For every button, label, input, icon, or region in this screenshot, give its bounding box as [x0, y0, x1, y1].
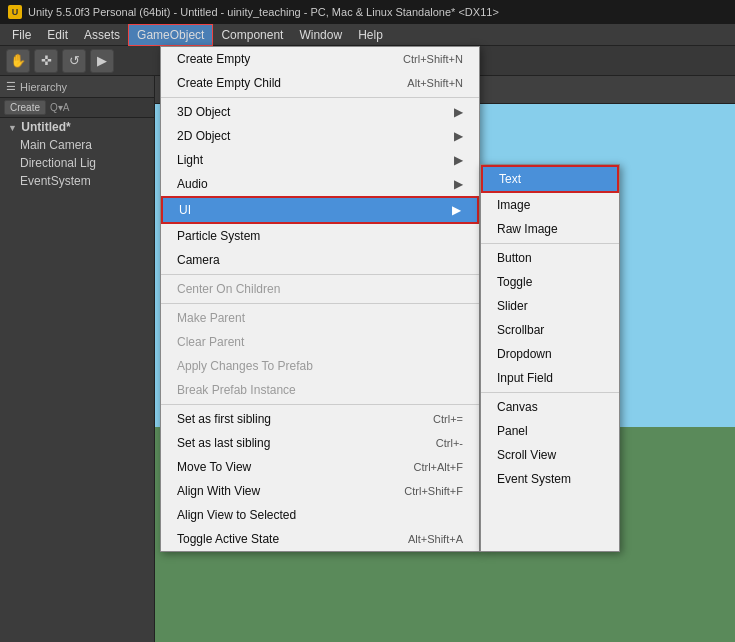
hierarchy-main-camera[interactable]: Main Camera: [0, 136, 154, 154]
hierarchy-event-system[interactable]: EventSystem: [0, 172, 154, 190]
menu-last-sibling[interactable]: Set as last sibling Ctrl+-: [161, 431, 479, 455]
menu-3d-object[interactable]: 3D Object ▶: [161, 100, 479, 124]
main-camera-label: Main Camera: [20, 138, 92, 152]
menu-first-sibling[interactable]: Set as first sibling Ctrl+=: [161, 407, 479, 431]
hierarchy-directional-light[interactable]: Directional Lig: [0, 154, 154, 172]
menu-move-to-view[interactable]: Move To View Ctrl+Alt+F: [161, 455, 479, 479]
submenu-canvas[interactable]: Canvas: [481, 395, 619, 419]
hand-tool-button[interactable]: ✋: [6, 49, 30, 73]
menu-apply-changes: Apply Changes To Prefab: [161, 354, 479, 378]
gameobject-dropdown: Create Empty Ctrl+Shift+N Create Empty C…: [160, 46, 620, 552]
hierarchy-title: Hierarchy: [20, 81, 67, 93]
menu-edit[interactable]: Edit: [39, 24, 76, 46]
untitled-label: Untitled*: [21, 120, 70, 134]
submenu-panel[interactable]: Panel: [481, 419, 619, 443]
menu-create-empty[interactable]: Create Empty Ctrl+Shift+N: [161, 47, 479, 71]
menu-ui[interactable]: UI ▶: [161, 196, 479, 224]
separator-3: [161, 303, 479, 304]
title-text: Unity 5.5.0f3 Personal (64bit) - Untitle…: [28, 6, 499, 18]
separator-1: [161, 97, 479, 98]
menu-window[interactable]: Window: [291, 24, 350, 46]
menu-align-with-view[interactable]: Align With View Ctrl+Shift+F: [161, 479, 479, 503]
hierarchy-icon: ☰: [6, 80, 16, 93]
gameobject-menu: Create Empty Ctrl+Shift+N Create Empty C…: [160, 46, 480, 552]
submenu-slider[interactable]: Slider: [481, 294, 619, 318]
directional-light-label: Directional Lig: [20, 156, 96, 170]
menu-align-view-selected[interactable]: Align View to Selected: [161, 503, 479, 527]
submenu-sep-1: [481, 243, 619, 244]
search-hint: Q▾A: [50, 102, 69, 113]
menu-clear-parent: Clear Parent: [161, 330, 479, 354]
submenu-scrollbar[interactable]: Scrollbar: [481, 318, 619, 342]
menu-help[interactable]: Help: [350, 24, 391, 46]
menu-particle-system[interactable]: Particle System: [161, 224, 479, 248]
move-tool-button[interactable]: ✜: [34, 49, 58, 73]
expand-arrow: ▼: [8, 123, 18, 133]
submenu-event-system[interactable]: Event System: [481, 467, 619, 491]
submenu-raw-image[interactable]: Raw Image: [481, 217, 619, 241]
menu-component[interactable]: Component: [213, 24, 291, 46]
play-button[interactable]: ▶: [90, 49, 114, 73]
submenu-sep-2: [481, 392, 619, 393]
menu-create-empty-child[interactable]: Create Empty Child Alt+Shift+N: [161, 71, 479, 95]
submenu-toggle[interactable]: Toggle: [481, 270, 619, 294]
submenu-input-field[interactable]: Input Field: [481, 366, 619, 390]
hierarchy-panel: ☰ Hierarchy Create Q▾A ▼ Untitled* Main …: [0, 76, 155, 642]
hierarchy-header: ☰ Hierarchy: [0, 76, 154, 98]
hierarchy-untitled[interactable]: ▼ Untitled*: [0, 118, 154, 136]
menu-camera[interactable]: Camera: [161, 248, 479, 272]
separator-2: [161, 274, 479, 275]
rotate-tool-button[interactable]: ↺: [62, 49, 86, 73]
menu-2d-object[interactable]: 2D Object ▶: [161, 124, 479, 148]
menu-light[interactable]: Light ▶: [161, 148, 479, 172]
submenu-button[interactable]: Button: [481, 246, 619, 270]
submenu-dropdown[interactable]: Dropdown: [481, 342, 619, 366]
separator-4: [161, 404, 479, 405]
ui-submenu: Text Image Raw Image Button Toggle Slide…: [480, 164, 620, 552]
menu-toggle-active[interactable]: Toggle Active State Alt+Shift+A: [161, 527, 479, 551]
title-bar: U Unity 5.5.0f3 Personal (64bit) - Untit…: [0, 0, 735, 24]
submenu-text[interactable]: Text: [481, 165, 619, 193]
submenu-image[interactable]: Image: [481, 193, 619, 217]
menu-audio[interactable]: Audio ▶: [161, 172, 479, 196]
menu-break-prefab: Break Prefab Instance: [161, 378, 479, 402]
menu-bar: File Edit Assets GameObject Component Wi…: [0, 24, 735, 46]
submenu-scroll-view[interactable]: Scroll View: [481, 443, 619, 467]
menu-assets[interactable]: Assets: [76, 24, 128, 46]
menu-file[interactable]: File: [4, 24, 39, 46]
menu-make-parent: Make Parent: [161, 306, 479, 330]
event-system-label: EventSystem: [20, 174, 91, 188]
create-button[interactable]: Create: [4, 100, 46, 115]
hierarchy-toolbar: Create Q▾A: [0, 98, 154, 118]
unity-icon: U: [8, 5, 22, 19]
menu-gameobject[interactable]: GameObject: [128, 24, 213, 46]
menu-center-on-children: Center On Children: [161, 277, 479, 301]
